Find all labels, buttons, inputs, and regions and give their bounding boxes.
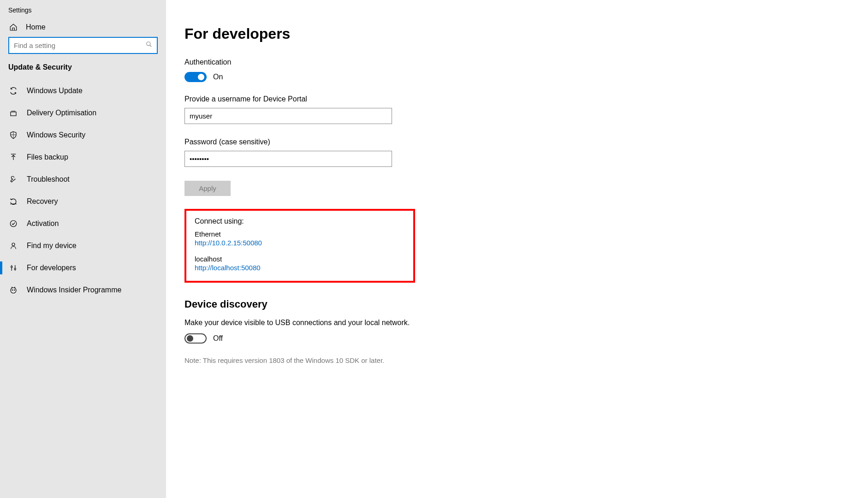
sidebar-home[interactable]: Home [0, 18, 166, 37]
developers-icon [8, 264, 18, 272]
auth-toggle-row: On [184, 72, 850, 82]
sidebar-home-label: Home [26, 23, 46, 31]
sidebar-nav: Windows Update Delivery Optimisation Win… [0, 80, 166, 301]
auth-toggle-state: On [213, 73, 223, 81]
svg-point-10 [12, 243, 15, 246]
svg-point-14 [14, 268, 16, 270]
svg-point-17 [14, 290, 15, 290]
connect-name: Ethernet [195, 230, 405, 238]
delivery-icon [8, 109, 18, 117]
connect-heading: Connect using: [195, 217, 405, 225]
sidebar-item-windows-security[interactable]: Windows Security [0, 124, 166, 146]
discovery-desc: Make your device visible to USB connecti… [184, 319, 850, 327]
insider-icon [8, 286, 18, 294]
sidebar: Settings Home Update & Security Windows … [0, 0, 166, 498]
sidebar-item-label: Files backup [27, 153, 68, 161]
password-label: Password (case sensitive) [184, 138, 850, 146]
search-wrap [0, 37, 166, 62]
sidebar-item-label: Windows Security [27, 131, 85, 139]
connect-group-localhost: localhost http://localhost:50080 [195, 255, 405, 272]
backup-icon [8, 153, 18, 161]
discovery-heading: Device discovery [184, 298, 850, 310]
sidebar-item-label: Activation [27, 219, 59, 228]
connect-group-ethernet: Ethernet http://10.0.2.15:50080 [195, 230, 405, 247]
sidebar-item-windows-update[interactable]: Windows Update [0, 80, 166, 102]
connect-link-localhost[interactable]: http://localhost:50080 [195, 264, 405, 272]
sidebar-category: Update & Security [0, 62, 166, 80]
discovery-toggle-state: Off [213, 334, 223, 343]
sidebar-item-delivery-optimisation[interactable]: Delivery Optimisation [0, 102, 166, 124]
svg-point-9 [10, 220, 17, 227]
sidebar-item-label: Troubleshoot [27, 175, 70, 184]
svg-point-16 [12, 290, 13, 290]
auth-label: Authentication [184, 58, 850, 66]
connect-name: localhost [195, 255, 405, 263]
apply-button[interactable]: Apply [184, 181, 231, 196]
main-content: For developers Authentication On Provide… [166, 0, 868, 498]
sidebar-item-label: Windows Update [27, 87, 83, 95]
shield-icon [8, 131, 18, 139]
troubleshoot-icon [8, 175, 18, 184]
activation-icon [8, 219, 18, 228]
sidebar-item-troubleshoot[interactable]: Troubleshoot [0, 168, 166, 190]
sidebar-item-label: Windows Insider Programme [27, 286, 121, 294]
username-input[interactable] [184, 108, 392, 124]
sync-icon [8, 87, 18, 95]
search-input[interactable] [8, 37, 158, 54]
svg-point-15 [11, 288, 16, 293]
sidebar-item-label: Delivery Optimisation [27, 109, 96, 117]
sidebar-item-insider[interactable]: Windows Insider Programme [0, 279, 166, 301]
recovery-icon [8, 197, 18, 206]
sidebar-item-for-developers[interactable]: For developers [0, 257, 166, 279]
password-input[interactable] [184, 151, 392, 167]
sidebar-item-files-backup[interactable]: Files backup [0, 146, 166, 168]
discovery-note: Note: This requires version 1803 of the … [184, 356, 850, 364]
discovery-toggle-row: Off [184, 333, 850, 344]
find-device-icon [8, 242, 18, 250]
svg-rect-2 [11, 112, 16, 116]
sidebar-item-find-my-device[interactable]: Find my device [0, 235, 166, 257]
discovery-toggle[interactable] [184, 333, 207, 344]
username-label: Provide a username for Device Portal [184, 95, 850, 103]
home-icon [8, 23, 18, 31]
sidebar-item-activation[interactable]: Activation [0, 213, 166, 235]
sidebar-item-recovery[interactable]: Recovery [0, 190, 166, 213]
svg-point-13 [11, 266, 12, 267]
auth-toggle[interactable] [184, 72, 207, 82]
page-title: For developers [184, 25, 850, 42]
connect-link-ethernet[interactable]: http://10.0.2.15:50080 [195, 239, 405, 247]
app-title: Settings [0, 0, 166, 18]
sidebar-item-label: Find my device [27, 242, 77, 250]
sidebar-item-label: Recovery [27, 197, 58, 206]
sidebar-item-label: For developers [27, 264, 76, 272]
connect-using-box: Connect using: Ethernet http://10.0.2.15… [184, 209, 415, 283]
